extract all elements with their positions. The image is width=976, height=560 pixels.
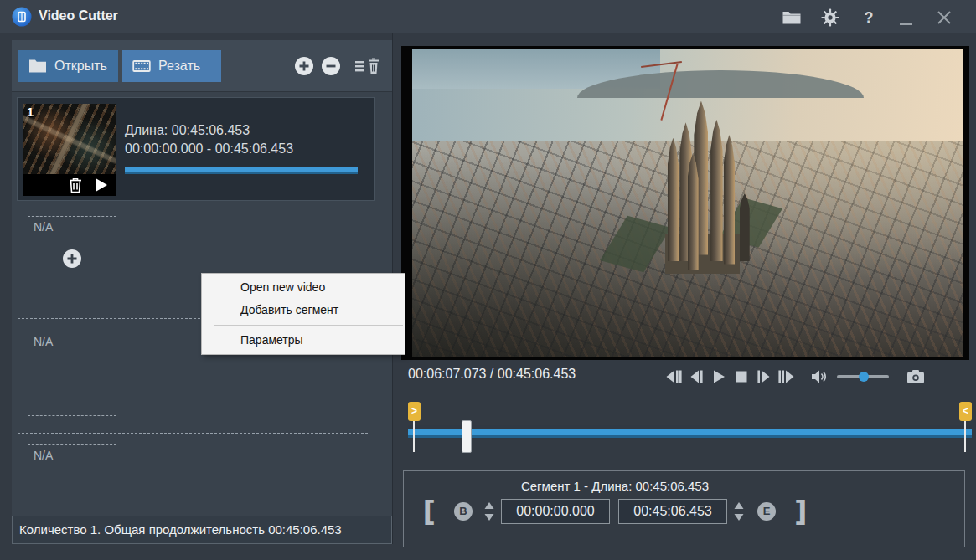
clear-list-icon (354, 56, 383, 76)
empty-slot-1[interactable]: N/A (28, 216, 116, 301)
speaker-icon (809, 367, 829, 386)
cathedral-spire (740, 193, 750, 261)
playhead-handle[interactable] (462, 420, 472, 453)
app-window: Video Cutter (0, 0, 976, 560)
help-button[interactable]: ? (856, 7, 881, 28)
app-logo-icon (12, 7, 32, 27)
gear-icon (821, 8, 839, 27)
help-icon: ? (865, 9, 874, 27)
open-file-titlebar-button[interactable] (779, 7, 804, 28)
segment-length: Длина: 00:45:06.453 (125, 123, 250, 138)
remove-segment-button[interactable] (320, 55, 342, 77)
set-start-bracket-button[interactable]: [ (422, 499, 436, 524)
segment-editor-panel: Сегмент 1 - Длина: 00:45:06.453 [ B E ] (403, 470, 965, 547)
video-frame (401, 46, 969, 360)
segment-number: 1 (27, 105, 34, 119)
segment-progress-bar (125, 167, 358, 172)
segment-editor-title: Сегмент 1 - Длина: 00:45:06.453 (404, 479, 826, 493)
empty-slot-label: N/A (34, 335, 53, 348)
volume-thumb[interactable] (859, 372, 869, 382)
snapshot-button[interactable] (904, 365, 927, 388)
start-time-input[interactable] (501, 499, 610, 524)
playback-time: 00:06:07.073 / 00:45:06.453 (408, 367, 576, 382)
step-back-button[interactable] (684, 365, 707, 388)
status-bar: Количество 1. Общая продолжительность 00… (12, 516, 392, 544)
close-button[interactable] (932, 7, 957, 28)
menu-item-open-new-video[interactable]: Open new video (202, 276, 405, 299)
set-end-bracket-button[interactable]: ] (794, 499, 808, 524)
settings-titlebar-button[interactable] (818, 7, 843, 28)
cathedral-spire (668, 138, 679, 261)
start-marker-stem (413, 421, 415, 452)
start-time-spinner[interactable] (483, 501, 496, 522)
empty-slot-2[interactable]: N/A (28, 331, 116, 416)
close-icon (936, 9, 953, 26)
mute-button[interactable] (808, 365, 830, 388)
video-preview (412, 49, 963, 357)
cut-video-button[interactable]: Резать (122, 50, 221, 82)
plus-circle-icon (294, 56, 314, 76)
cathedral-spire (724, 135, 735, 265)
status-text: Количество 1. Общая продолжительность 00… (13, 516, 391, 543)
begin-badge-button[interactable]: B (454, 502, 473, 521)
cut-video-label: Резать (158, 59, 200, 74)
menu-separator (214, 325, 403, 326)
minimize-button[interactable] (893, 7, 918, 28)
timeline-track[interactable] (408, 429, 972, 435)
add-in-slot-icon[interactable] (62, 249, 82, 269)
play-button[interactable] (707, 365, 730, 388)
step-forward-button[interactable] (752, 365, 775, 388)
list-separator (18, 433, 368, 434)
stop-button[interactable] (730, 365, 752, 388)
folder-open-icon (28, 59, 47, 74)
titlebar: Video Cutter (0, 0, 976, 33)
previous-keyframe-button[interactable] (662, 365, 684, 388)
empty-slot-3[interactable]: N/A (28, 444, 116, 516)
segment-item-1[interactable]: 1 (17, 97, 375, 201)
segment-thumbnail: 1 (23, 104, 116, 196)
menu-item-add-segment[interactable]: Добавить сегмент (202, 299, 405, 321)
app-title: Video Cutter (39, 8, 118, 23)
end-marker[interactable]: < (959, 402, 972, 421)
context-menu: Open new video Добавить сегмент Параметр… (201, 273, 405, 355)
open-video-button[interactable]: Открыть (18, 50, 118, 82)
cathedral-spire (688, 153, 699, 270)
empty-slot-label: N/A (34, 449, 53, 462)
end-badge-button[interactable]: E (757, 502, 776, 521)
segment-thumbnail-image (23, 104, 116, 174)
play-small-icon (94, 177, 111, 193)
folder-icon (782, 9, 802, 26)
volume-slider[interactable] (837, 368, 889, 385)
menu-item-options[interactable]: Параметры (202, 329, 405, 352)
end-time-spinner[interactable] (732, 501, 746, 522)
minimize-icon (900, 23, 912, 25)
minus-circle-icon (321, 56, 341, 76)
clear-list-button[interactable] (354, 55, 384, 77)
end-time-input[interactable] (618, 499, 727, 524)
cathedral-spire (710, 120, 722, 261)
film-strip-icon (132, 58, 151, 74)
delete-segment-button[interactable] (68, 177, 85, 193)
trash-icon (68, 177, 85, 193)
open-video-label: Открыть (54, 59, 107, 74)
segment-range: 00:00:00.000 - 00:45:06.453 (125, 141, 293, 157)
list-separator (18, 208, 368, 208)
transport-controls (662, 364, 927, 389)
empty-slot-label: N/A (34, 220, 53, 234)
end-marker-stem (964, 421, 966, 452)
camera-icon (906, 367, 926, 386)
start-marker[interactable]: > (408, 402, 421, 421)
segments-toolbar: Открыть Резать (12, 40, 392, 92)
add-segment-button[interactable] (293, 55, 315, 77)
next-keyframe-button[interactable] (775, 365, 798, 388)
play-segment-button[interactable] (94, 177, 111, 193)
